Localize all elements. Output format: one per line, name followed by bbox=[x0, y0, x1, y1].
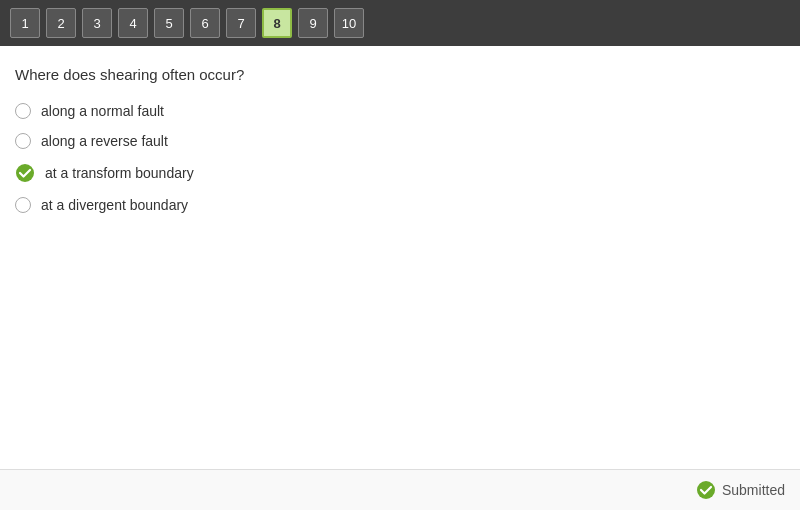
nav-btn-10[interactable]: 10 bbox=[334, 8, 364, 38]
nav-btn-5[interactable]: 5 bbox=[154, 8, 184, 38]
nav-btn-1[interactable]: 1 bbox=[10, 8, 40, 38]
nav-btn-4[interactable]: 4 bbox=[118, 8, 148, 38]
question-text: Where does shearing often occur? bbox=[15, 66, 785, 83]
option-4[interactable]: at a divergent boundary bbox=[15, 197, 785, 213]
option-label-3: at a transform boundary bbox=[45, 165, 194, 181]
radio-circle-2 bbox=[15, 133, 31, 149]
nav-btn-7[interactable]: 7 bbox=[226, 8, 256, 38]
radio-circle-4 bbox=[15, 197, 31, 213]
option-label-2: along a reverse fault bbox=[41, 133, 168, 149]
nav-btn-2[interactable]: 2 bbox=[46, 8, 76, 38]
option-label-4: at a divergent boundary bbox=[41, 197, 188, 213]
option-3[interactable]: at a transform boundary bbox=[15, 163, 785, 183]
option-2[interactable]: along a reverse fault bbox=[15, 133, 785, 149]
nav-btn-6[interactable]: 6 bbox=[190, 8, 220, 38]
submitted-label: Submitted bbox=[722, 482, 785, 498]
nav-btn-9[interactable]: 9 bbox=[298, 8, 328, 38]
nav-btn-8[interactable]: 8 bbox=[262, 8, 292, 38]
svg-point-0 bbox=[16, 164, 34, 182]
option-label-1: along a normal fault bbox=[41, 103, 164, 119]
question-content: Where does shearing often occur? along a… bbox=[0, 46, 800, 469]
svg-point-1 bbox=[697, 481, 715, 499]
question-nav-bar: 1 2 3 4 5 6 7 8 9 10 bbox=[0, 0, 800, 46]
footer-bar: Submitted bbox=[0, 469, 800, 510]
options-list: along a normal fault along a reverse fau… bbox=[15, 103, 785, 213]
submitted-check-icon bbox=[696, 480, 716, 500]
radio-circle-1 bbox=[15, 103, 31, 119]
checkmark-icon bbox=[15, 163, 35, 183]
submitted-badge: Submitted bbox=[696, 480, 785, 500]
nav-btn-3[interactable]: 3 bbox=[82, 8, 112, 38]
option-1[interactable]: along a normal fault bbox=[15, 103, 785, 119]
